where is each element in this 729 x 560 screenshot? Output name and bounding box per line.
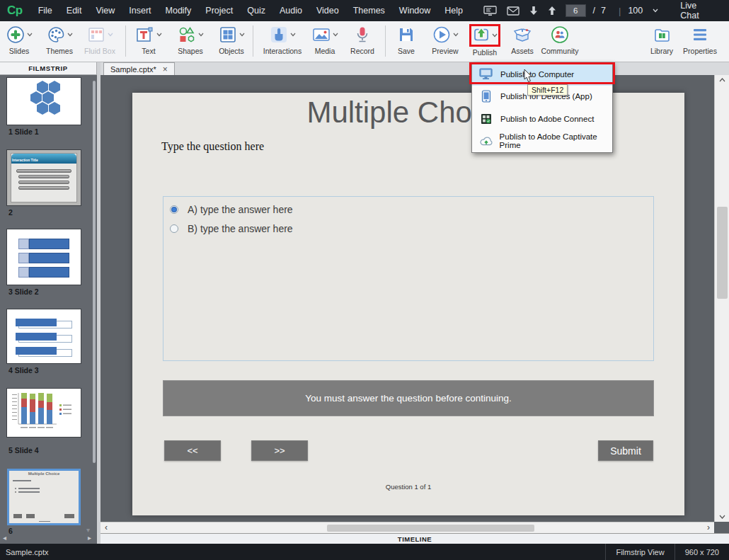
chevron-down-icon xyxy=(156,33,162,37)
menu-project[interactable]: Project xyxy=(198,6,240,16)
submit-button[interactable]: Submit xyxy=(598,440,653,461)
slide-thumbnail-1[interactable] xyxy=(7,78,81,125)
captivate-prime-cloud-icon xyxy=(479,136,493,147)
palette-icon xyxy=(47,25,65,44)
media-button[interactable]: Media xyxy=(308,24,342,55)
back-button[interactable]: << xyxy=(164,440,221,461)
record-button[interactable]: Record xyxy=(345,24,379,55)
filmstrip-scroll-left-icon[interactable]: ◂ xyxy=(3,535,6,542)
horizontal-scrollbar-thumb[interactable] xyxy=(327,525,534,532)
question-text[interactable]: Type the question here xyxy=(161,140,264,153)
zoom-level-value[interactable]: 100 xyxy=(628,6,643,16)
menu-item-publish-to-computer[interactable]: Publish to Computer xyxy=(472,63,612,86)
media-image-icon xyxy=(312,25,331,44)
menu-insert[interactable]: Insert xyxy=(122,6,158,16)
scroll-up-icon[interactable] xyxy=(715,75,729,85)
next-slide-arrow-icon[interactable] xyxy=(548,6,556,16)
thumbnail-label: 6 xyxy=(8,527,13,535)
menu-window[interactable]: Window xyxy=(392,6,437,16)
slide-thumbnail-2[interactable]: Interaction Title xyxy=(7,150,81,205)
fluid-box-button: Fluid Box xyxy=(78,24,122,55)
publish-button[interactable]: Publish xyxy=(465,24,505,57)
objects-button[interactable]: Objects xyxy=(213,24,250,55)
filmstrip-scroll-right-icon[interactable]: ▸ xyxy=(88,535,91,542)
slide[interactable]: Multiple Choice Type the question here A… xyxy=(132,93,684,515)
preview-button[interactable]: Preview xyxy=(427,24,464,55)
zoom-dropdown-chevron-icon[interactable] xyxy=(653,8,658,13)
slide-thumbnail-6[interactable]: Multiple Choice xyxy=(7,469,81,525)
bars-graphic xyxy=(7,229,81,278)
properties-button[interactable]: Properties xyxy=(678,24,722,55)
hexagons-graphic xyxy=(7,78,79,123)
previous-slide-arrow-icon[interactable] xyxy=(529,6,538,16)
menu-audio[interactable]: Audio xyxy=(272,6,309,16)
text-button[interactable]: Text xyxy=(132,24,166,55)
slide-thumbnail-4[interactable] xyxy=(7,309,81,363)
scroll-right-icon[interactable]: › xyxy=(707,522,710,534)
menu-help[interactable]: Help xyxy=(437,6,470,16)
publish-dropdown-menu: Publish to Computer Publish for Devices … xyxy=(471,62,613,153)
email-icon[interactable] xyxy=(507,6,520,16)
answers-area[interactable]: A) type the answer here B) type the answ… xyxy=(163,196,654,361)
shapes-icon xyxy=(178,25,196,44)
community-button[interactable]: Community xyxy=(537,24,582,55)
radio-unselected-icon[interactable] xyxy=(170,224,178,233)
title-bar: Cp File Edit View Insert Modify Project … xyxy=(0,0,729,21)
slide-total: 7 xyxy=(601,6,606,16)
assets-button[interactable]: Assets xyxy=(506,24,539,55)
answer-option-b[interactable]: B) type the answer here xyxy=(170,222,653,235)
slide-count-separator: / xyxy=(593,6,595,16)
tab-close-icon[interactable]: × xyxy=(163,66,168,73)
menu-themes[interactable]: Themes xyxy=(346,6,392,16)
scroll-left-icon[interactable]: ‹ xyxy=(105,522,108,534)
tab-title: Sample.cptx* xyxy=(110,65,156,74)
save-button[interactable]: Save xyxy=(391,24,422,55)
status-view-mode[interactable]: Filmstrip View xyxy=(606,548,674,556)
library-button[interactable]: Library xyxy=(644,24,679,55)
menu-edit[interactable]: Edit xyxy=(59,6,89,16)
save-floppy-icon xyxy=(397,25,415,44)
interactions-button[interactable]: Interactions xyxy=(256,24,309,55)
menu-modify[interactable]: Modify xyxy=(159,6,199,16)
filmstrip-scrollbar-thumb[interactable] xyxy=(93,81,96,463)
chevron-down-icon xyxy=(290,33,296,37)
status-filename: Sample.cptx xyxy=(0,548,59,556)
quiz-message-caption[interactable]: You must answer the question before cont… xyxy=(163,380,654,416)
radio-selected-icon[interactable] xyxy=(170,205,178,214)
menu-file[interactable]: File xyxy=(31,6,59,16)
live-chat-link[interactable]: Live Chat xyxy=(680,1,711,21)
outlined-bars-graphic xyxy=(7,309,81,356)
shapes-button[interactable]: Shapes xyxy=(172,24,209,55)
objects-grid-icon xyxy=(219,25,237,44)
answer-option-a[interactable]: A) type the answer here xyxy=(170,203,653,216)
menu-quiz[interactable]: Quiz xyxy=(240,6,272,16)
forward-button[interactable]: >> xyxy=(251,440,308,461)
shortcut-tooltip: Shift+F12 xyxy=(527,84,568,96)
screen-preview-icon[interactable] xyxy=(483,6,497,16)
stage-canvas: Multiple Choice Type the question here A… xyxy=(101,75,714,522)
question-progress-text[interactable]: Question 1 of 1 xyxy=(132,483,684,491)
document-tab-bar: Sample.cptx* × xyxy=(101,62,729,75)
thumbnail-label: 3 Slide 2 xyxy=(8,287,39,296)
slide-thumbnail-3[interactable] xyxy=(7,229,81,285)
timeline-panel-header[interactable]: TIMELINE xyxy=(101,533,729,544)
vertical-scrollbar-thumb[interactable] xyxy=(717,207,728,299)
properties-lines-icon xyxy=(691,25,708,44)
menu-view[interactable]: View xyxy=(88,6,122,16)
mini-submit-button-graphic xyxy=(64,514,74,518)
horizontal-scrollbar[interactable]: ‹ › xyxy=(101,522,714,533)
current-slide-field[interactable]: 6 xyxy=(566,4,586,17)
filmstrip-scroll-down-icon[interactable]: ▾ xyxy=(86,527,90,534)
vertical-scrollbar[interactable] xyxy=(714,75,729,522)
community-people-icon xyxy=(551,25,569,44)
menu-video[interactable]: Video xyxy=(309,6,346,16)
assets-box-icon xyxy=(513,25,532,44)
document-tab[interactable]: Sample.cptx* × xyxy=(103,62,175,75)
menu-item-publish-to-captivate-prime[interactable]: Publish to Adobe Captivate Prime xyxy=(472,130,612,153)
mobile-device-icon xyxy=(479,90,493,103)
scroll-down-icon[interactable] xyxy=(715,512,729,522)
themes-button[interactable]: Themes xyxy=(40,24,79,55)
slides-button[interactable]: Slides xyxy=(0,24,38,55)
menu-item-publish-to-adobe-connect[interactable]: Publish to Adobe Connect xyxy=(472,108,612,130)
slide-thumbnail-5[interactable] xyxy=(7,389,81,437)
